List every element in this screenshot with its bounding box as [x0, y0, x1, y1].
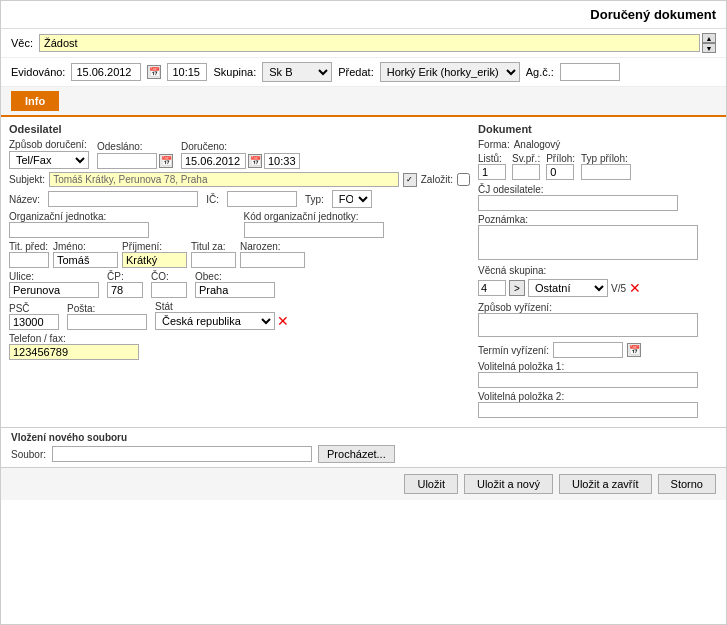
nazev-label: Název:: [9, 194, 40, 205]
tab-info[interactable]: Info: [11, 91, 59, 111]
odesilatel-title: Odesilatel: [9, 123, 470, 135]
vecna-arrow-btn[interactable]: >: [509, 280, 525, 296]
subjekt-input[interactable]: [49, 172, 399, 187]
odeslano-input[interactable]: [97, 153, 157, 169]
ic-input[interactable]: [227, 191, 297, 207]
co-input[interactable]: [151, 282, 187, 298]
predat-select[interactable]: Horký Erik (horky_erik): [380, 62, 520, 82]
tit-pred-label: Tit. před:: [9, 241, 49, 252]
listu-input[interactable]: [478, 164, 506, 180]
listu-label: Listů:: [478, 153, 506, 164]
stat-select[interactable]: Česká republika: [155, 312, 275, 330]
vecna-group-select[interactable]: Ostatní: [528, 279, 608, 297]
narozen-input[interactable]: [240, 252, 305, 268]
termin-input[interactable]: [553, 342, 623, 358]
evidovano-cal-icon[interactable]: 📅: [147, 65, 161, 79]
obec-label: Obec:: [195, 271, 275, 282]
zpusob-vyr-textarea[interactable]: [478, 313, 698, 337]
browse-button[interactable]: Procházet...: [318, 445, 395, 463]
vecna-delete-icon[interactable]: ✕: [629, 280, 641, 296]
kod-org-input[interactable]: [244, 222, 384, 238]
zpusob-label: Způsob doručení:: [9, 139, 89, 150]
vec-input[interactable]: [39, 34, 700, 52]
vec-label: Věc:: [11, 37, 33, 49]
sv-pr-input[interactable]: [512, 164, 540, 180]
agc-input[interactable]: [560, 63, 620, 81]
termin-cal-icon[interactable]: 📅: [627, 343, 641, 357]
titul-za-label: Titul za:: [191, 241, 236, 252]
ulozit-zavrit-button[interactable]: Uložit a zavřít: [559, 474, 652, 494]
cj-label: ČJ odesilatele:: [478, 184, 544, 195]
vecna-vs: V/5: [611, 283, 626, 294]
doruceno-cal-icon[interactable]: 📅: [248, 154, 262, 168]
psc-label: PSČ: [9, 303, 59, 314]
vol1-label: Volitelná položka 1:: [478, 361, 718, 372]
zpusob-select[interactable]: Tel/Fax: [9, 151, 89, 169]
priloh-label: Příloh:: [546, 153, 575, 164]
zalozit-checkbox[interactable]: [457, 173, 470, 186]
dokument-title: Dokument: [478, 123, 718, 135]
ulozit-button[interactable]: Uložit: [404, 474, 458, 494]
psc-input[interactable]: [9, 314, 59, 330]
stat-label: Stát: [155, 301, 289, 312]
evidovano-date-input[interactable]: [71, 63, 141, 81]
termin-label: Termín vyřízení:: [478, 345, 549, 356]
co-label: ČO:: [151, 271, 187, 282]
storno-button[interactable]: Storno: [658, 474, 716, 494]
poznamka-label: Poznámka:: [478, 214, 718, 225]
forma-label: Forma:: [478, 139, 510, 150]
obec-input[interactable]: [195, 282, 275, 298]
vec-scroll-up[interactable]: ▲: [702, 33, 716, 43]
jmeno-label: Jméno:: [53, 241, 118, 252]
zpusob-vyr-label: Způsob vyřízení:: [478, 302, 718, 313]
ulice-label: Ulice:: [9, 271, 99, 282]
doruceno-date-input[interactable]: [181, 153, 246, 169]
typ-priloh-label: Typ příloh:: [581, 153, 631, 164]
stat-delete-icon[interactable]: ✕: [277, 313, 289, 329]
evidovano-time-input[interactable]: [167, 63, 207, 81]
prijmeni-label: Příjmení:: [122, 241, 187, 252]
soubor-label: Soubor:: [11, 449, 46, 460]
tit-pred-input[interactable]: [9, 252, 49, 268]
vol2-label: Volitelná položka 2:: [478, 391, 718, 402]
zalozit-check-icon[interactable]: ✓: [403, 173, 417, 187]
sv-pr-label: Sv.př.:: [512, 153, 540, 164]
jmeno-input[interactable]: [53, 252, 118, 268]
posta-input[interactable]: [67, 314, 147, 330]
forma-value: Analogový: [514, 139, 561, 150]
zalozit-label: Založit:: [421, 174, 453, 185]
doruceno-time-input[interactable]: [264, 153, 300, 169]
posta-label: Pošta:: [67, 303, 147, 314]
cp-input[interactable]: [107, 282, 143, 298]
typ-priloh-input[interactable]: [581, 164, 631, 180]
cp-label: ČP:: [107, 271, 143, 282]
vecna-num-input[interactable]: [478, 280, 506, 296]
agc-label: Ag.č.:: [526, 66, 554, 78]
subjekt-label: Subjekt:: [9, 174, 45, 185]
poznamka-textarea[interactable]: [478, 225, 698, 260]
nazev-input[interactable]: [48, 191, 198, 207]
skupina-label: Skupina:: [213, 66, 256, 78]
ulozit-novy-button[interactable]: Uložit a nový: [464, 474, 553, 494]
ulice-input[interactable]: [9, 282, 99, 298]
soubor-input[interactable]: [52, 446, 312, 462]
kod-org-label: Kód organizační jednotky:: [244, 211, 471, 222]
vec-scroll[interactable]: ▲ ▼: [702, 33, 716, 53]
vec-scroll-down[interactable]: ▼: [702, 43, 716, 53]
odeslano-label: Odesláno:: [97, 141, 173, 152]
typ-label: Typ:: [305, 194, 324, 205]
odeslano-cal-icon[interactable]: 📅: [159, 154, 173, 168]
ic-label: IČ:: [206, 194, 219, 205]
telefon-input[interactable]: [9, 344, 139, 360]
titul-za-input[interactable]: [191, 252, 236, 268]
doruceno-label: Doručeno:: [181, 141, 300, 152]
cj-input[interactable]: [478, 195, 678, 211]
vol2-input[interactable]: [478, 402, 698, 418]
typ-select[interactable]: FO: [332, 190, 372, 208]
prijmeni-input[interactable]: [122, 252, 187, 268]
priloh-input[interactable]: [546, 164, 574, 180]
vol1-input[interactable]: [478, 372, 698, 388]
org-input[interactable]: [9, 222, 149, 238]
skupina-select[interactable]: Sk B: [262, 62, 332, 82]
vecna-label: Věcná skupina:: [478, 265, 546, 276]
